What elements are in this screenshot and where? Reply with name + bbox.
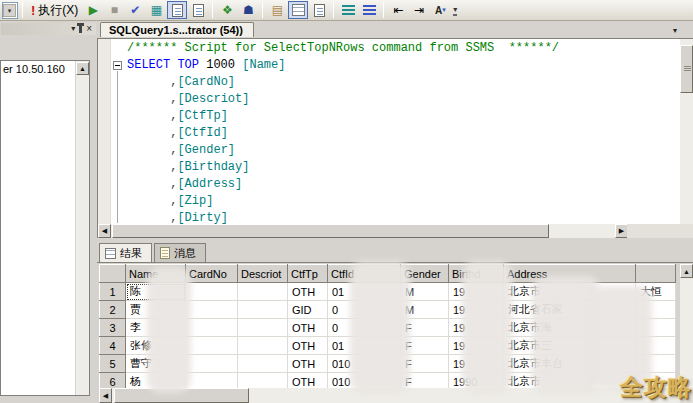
indent-icon: ⇥ bbox=[414, 3, 424, 17]
results-tab-strip: 结果 消息 bbox=[99, 243, 206, 262]
tab-results[interactable]: 结果 bbox=[99, 243, 152, 262]
code-token: [Descriot] bbox=[177, 92, 249, 106]
sql-code[interactable]: /****** Script for SelectTopNRows comman… bbox=[127, 40, 679, 227]
query-tab-title: SQLQuery1.s...trator (54)) bbox=[109, 24, 243, 36]
designer-button[interactable]: ☗ bbox=[238, 1, 258, 19]
comment-icon bbox=[342, 5, 355, 15]
column-header[interactable]: CardNo bbox=[186, 265, 238, 283]
editor-vertical-scrollbar[interactable] bbox=[680, 39, 693, 225]
grid-cell[interactable]: OTH bbox=[288, 283, 328, 301]
grid-results-icon bbox=[292, 4, 305, 16]
decrease-indent-button[interactable]: ⇤ bbox=[388, 1, 408, 19]
specify-values-button[interactable]: A▾ bbox=[430, 1, 450, 19]
left-arrow-icon: ◀ bbox=[103, 392, 108, 400]
code-token: , bbox=[127, 211, 177, 225]
censor-blur bbox=[462, 261, 512, 393]
code-token: , bbox=[127, 177, 177, 191]
results-tab-label: 结果 bbox=[120, 246, 142, 261]
code-token: 1000 bbox=[206, 58, 235, 72]
row-header[interactable]: 1 bbox=[100, 283, 126, 301]
outdent-icon: ⇤ bbox=[393, 3, 403, 17]
debug-button[interactable]: ▶ bbox=[83, 1, 103, 19]
grid-cell[interactable] bbox=[186, 319, 238, 337]
column-header[interactable]: CtfTp bbox=[288, 265, 328, 283]
code-line: ,[Descriot] bbox=[127, 91, 679, 108]
execute-label: 执行(X) bbox=[38, 2, 78, 19]
letter-a-icon: A bbox=[435, 5, 442, 16]
code-token: , bbox=[127, 194, 177, 208]
intellisense-button[interactable] bbox=[188, 1, 208, 19]
toolbar-overflow-button[interactable]: ▾ bbox=[453, 5, 457, 16]
grid-cell[interactable] bbox=[238, 337, 288, 355]
database-combo[interactable]: ▾ bbox=[2, 2, 18, 19]
grid-cell[interactable] bbox=[186, 301, 238, 319]
code-line: ,[Gender] bbox=[127, 142, 679, 159]
server-node-label: er 10.50.160 bbox=[3, 63, 65, 75]
chevron-down-icon: ▾ bbox=[442, 6, 446, 14]
increase-indent-button[interactable]: ⇥ bbox=[409, 1, 429, 19]
code-token: , bbox=[127, 92, 177, 106]
grid-cell[interactable] bbox=[238, 301, 288, 319]
scrollbar-thumb[interactable] bbox=[680, 45, 693, 93]
show-estimated-plan-button[interactable]: ▦ bbox=[146, 1, 166, 19]
close-icon[interactable]: × bbox=[86, 25, 92, 33]
specify-template-values-button[interactable]: ❖ bbox=[217, 1, 237, 19]
column-header[interactable]: Descriot bbox=[238, 265, 288, 283]
grid-cell[interactable] bbox=[186, 355, 238, 373]
pin-icon[interactable] bbox=[79, 26, 82, 33]
editor-horizontal-scrollbar[interactable]: ◀ ▶ bbox=[98, 224, 628, 238]
column-header[interactable] bbox=[636, 265, 676, 283]
row-header[interactable]: 2 bbox=[100, 301, 126, 319]
sql-editor[interactable]: /****** Script for SelectTopNRows comman… bbox=[97, 38, 693, 238]
window-position-icon[interactable]: ▾ bbox=[71, 25, 75, 33]
results-to-file-button[interactable] bbox=[309, 1, 329, 19]
code-token: , bbox=[127, 109, 177, 123]
tab-list-dropdown[interactable]: ▾ bbox=[673, 26, 677, 35]
row-header[interactable]: 4 bbox=[100, 337, 126, 355]
parse-button[interactable]: ✔ bbox=[125, 1, 145, 19]
ssms-window: ▾ ! 执行(X) ▶ ■ ✔ ▦ ❖ ☗ ▤ ⇤ ⇥ A▾ ▾ ▾ × bbox=[0, 0, 693, 403]
tab-messages[interactable]: 消息 bbox=[154, 243, 206, 262]
scrollbar-thumb[interactable] bbox=[112, 224, 549, 238]
check-icon: ✔ bbox=[130, 3, 140, 17]
grid-cell[interactable] bbox=[238, 355, 288, 373]
grip-icon bbox=[684, 66, 691, 67]
uncomment-icon bbox=[363, 5, 376, 15]
grid-cell[interactable] bbox=[238, 319, 288, 337]
chevron-down-icon[interactable]: ▾ bbox=[3, 4, 16, 17]
row-header[interactable]: 5 bbox=[100, 355, 126, 373]
scroll-left-button[interactable]: ◀ bbox=[99, 388, 112, 403]
grid-cell[interactable] bbox=[186, 283, 238, 301]
comment-button[interactable] bbox=[338, 1, 358, 19]
grid-cell[interactable]: OTH bbox=[288, 355, 328, 373]
code-token: [CtfTp] bbox=[177, 109, 227, 123]
code-token: [Birthday] bbox=[177, 160, 249, 174]
sql-editor-toolbar: ▾ ! 执行(X) ▶ ■ ✔ ▦ ❖ ☗ ▤ ⇤ ⇥ A▾ ▾ bbox=[0, 0, 693, 21]
results-to-text-button[interactable]: ▤ bbox=[267, 1, 287, 19]
grid-cell[interactable] bbox=[238, 283, 288, 301]
grid-cell[interactable]: GID bbox=[288, 301, 328, 319]
query-options-button[interactable] bbox=[167, 1, 187, 19]
object-explorer-tree: er 10.50.160 ▲ bbox=[0, 60, 90, 396]
grid-corner-header[interactable] bbox=[100, 265, 126, 283]
row-header[interactable]: 3 bbox=[100, 319, 126, 337]
scroll-up-button[interactable]: ▲ bbox=[76, 62, 89, 75]
scrollbar-corner bbox=[627, 224, 693, 238]
censor-blur bbox=[147, 267, 191, 393]
uncomment-button[interactable] bbox=[359, 1, 379, 19]
code-line: ,[CtfId] bbox=[127, 125, 679, 142]
grid-cell[interactable] bbox=[186, 337, 238, 355]
object-explorer-scrollbar[interactable]: ▲ bbox=[75, 61, 89, 395]
grid-cell[interactable]: OTH bbox=[288, 319, 328, 337]
stop-button: ■ bbox=[104, 1, 124, 19]
code-token: /****** Script for SelectTopNRows comman… bbox=[127, 41, 559, 55]
query-tab[interactable]: SQLQuery1.s...trator (54)) bbox=[100, 22, 254, 37]
code-token: , bbox=[127, 160, 177, 174]
scroll-up-button[interactable]: ▲ bbox=[680, 264, 693, 278]
scroll-left-button[interactable]: ◀ bbox=[98, 224, 111, 238]
document-icon bbox=[172, 4, 183, 17]
grid-cell[interactable]: OTH bbox=[288, 337, 328, 355]
collapse-region-toggle[interactable] bbox=[113, 61, 122, 70]
results-to-grid-button[interactable] bbox=[288, 1, 308, 19]
execute-button[interactable]: ! 执行(X) bbox=[27, 1, 82, 20]
